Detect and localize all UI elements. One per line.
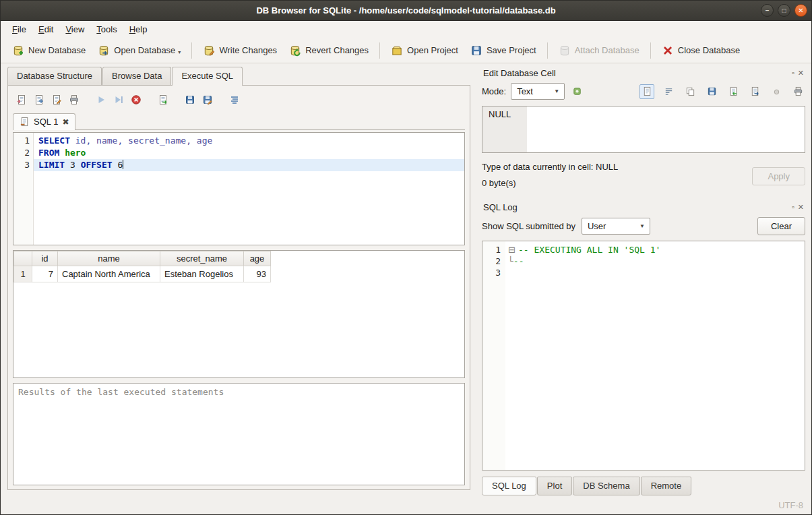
apply-button[interactable]: Apply [752, 167, 805, 185]
new-database-button[interactable]: New Database [6, 41, 92, 60]
title-bar[interactable]: DB Browser for SQLite - /home/user/code/… [1, 1, 811, 21]
log-line: ⊟ -- EXECUTING ALL IN 'SQL 1' [505, 244, 805, 255]
tab-db-schema[interactable]: DB Schema [573, 477, 639, 495]
save-sql-file-as-icon[interactable] [48, 92, 65, 108]
menu-help[interactable]: Help [123, 22, 154, 36]
close-dock-icon[interactable]: ✕ [798, 204, 804, 211]
maximize-button[interactable]: □ [778, 4, 790, 17]
menu-view[interactable]: View [59, 22, 90, 36]
tab-sql-log[interactable]: SQL Log [482, 477, 536, 495]
encoding-indicator[interactable]: UTF-8 [778, 500, 803, 510]
format-sql-icon[interactable] [226, 92, 243, 108]
execute-all-icon[interactable] [92, 92, 110, 108]
tab-execute-sql[interactable]: Execute SQL [172, 67, 243, 86]
sql-editor-line[interactable]: FROM hero [34, 147, 464, 159]
save-results-as-icon[interactable] [199, 92, 216, 108]
close-database-button[interactable]: Close Database [656, 41, 747, 60]
print-icon[interactable] [65, 92, 83, 108]
edit-cell-dock-header[interactable]: Edit Database Cell ▫ ✕ [482, 65, 805, 81]
open-project-button[interactable]: Open Project [385, 41, 464, 60]
open-sql-file-icon[interactable] [13, 92, 30, 108]
clear-log-button[interactable]: Clear [757, 217, 805, 235]
cell-size-info: 0 byte(s) [482, 176, 752, 192]
save-results-view-icon[interactable] [181, 92, 199, 108]
fold-marker-icon[interactable]: ⊟ [508, 245, 518, 255]
sql-log-view[interactable]: 1 2 3 ⊟ -- EXECUTING ALL IN 'SQL 1' └-- [482, 241, 805, 471]
cell-age[interactable]: 93 [244, 266, 271, 282]
line-number: 2 [482, 255, 501, 267]
column-header-age[interactable]: age [244, 251, 271, 266]
tab-database-structure[interactable]: Database Structure [7, 67, 102, 85]
sql-document-icon [20, 117, 30, 127]
word-wrap-icon[interactable] [661, 84, 676, 99]
open-database-dropdown-icon[interactable]: ▾ [178, 49, 181, 55]
close-dock-icon[interactable]: ✕ [798, 69, 804, 77]
sql-editor[interactable]: 1 2 3 SELECT id, name, secret_name, age … [13, 132, 465, 245]
menu-file[interactable]: File [6, 22, 32, 36]
stop-icon[interactable] [127, 92, 145, 108]
log-filter-combobox[interactable]: User ▼ [582, 218, 650, 235]
auto-format-icon[interactable] [569, 84, 584, 99]
sql-document-tab[interactable]: SQL 1 ✖ [13, 113, 75, 130]
log-filter-value: User [588, 221, 606, 231]
right-pane: Edit Database Cell ▫ ✕ Mode: Text ▼ [476, 63, 811, 495]
execution-message-box: Results of the last executed statements [13, 383, 465, 485]
open-database-button[interactable]: Open Database ▾ [92, 41, 187, 60]
dock-controls: ▫ ✕ [792, 204, 804, 211]
open-project-icon [391, 44, 403, 57]
menu-bar: File Edit View Tools Help [1, 21, 811, 38]
log-line: └-- [505, 255, 805, 267]
cell-id[interactable]: 7 [32, 266, 58, 282]
sql-tab-bar: SQL 1 ✖ [13, 113, 465, 130]
save-cell-icon[interactable] [704, 84, 719, 99]
menu-tools[interactable]: Tools [90, 22, 123, 36]
row-number[interactable]: 1 [14, 266, 32, 282]
sql-log-dock-header[interactable]: SQL Log ▫ ✕ [482, 199, 805, 215]
minimize-button[interactable]: – [761, 4, 774, 17]
float-dock-icon[interactable]: ▫ [792, 69, 794, 77]
execute-current-line-icon[interactable] [110, 92, 127, 108]
open-query-new-tab-icon[interactable] [154, 92, 172, 108]
cell-name[interactable]: Captain North America [58, 266, 160, 282]
float-dock-icon[interactable]: ▫ [792, 204, 794, 211]
export-cell-icon[interactable] [747, 84, 762, 99]
cell-edit-icons [639, 84, 805, 99]
column-header-secret-name[interactable]: secret_name [160, 251, 244, 266]
write-changes-button[interactable]: Write Changes [197, 41, 283, 60]
tab-plot[interactable]: Plot [537, 477, 572, 495]
line-number: 3 [482, 267, 501, 278]
cell-value-editor[interactable]: NULL [482, 106, 805, 153]
tab-remote[interactable]: Remote [641, 477, 692, 495]
column-header-id[interactable]: id [32, 251, 58, 266]
revert-changes-button[interactable]: Revert Changes [283, 41, 375, 60]
sql-editor-line-current[interactable]: LIMIT 3 OFFSET 6 [34, 159, 464, 171]
menu-edit[interactable]: Edit [32, 22, 59, 36]
mode-combobox[interactable]: Text ▼ [511, 83, 565, 100]
results-grid[interactable]: id name secret_name age 1 7 Captain Nort… [13, 250, 465, 378]
sql-editor-line[interactable]: SELECT id, name, secret_name, age [34, 135, 464, 147]
text-mode-icon[interactable] [639, 84, 654, 99]
save-project-button[interactable]: Save Project [464, 41, 542, 60]
sql-code: SELECT id, name, secret_name, age [38, 135, 212, 146]
text-cursor [123, 160, 123, 169]
dock-controls: ▫ ✕ [792, 69, 804, 77]
print-cell-icon[interactable] [790, 84, 805, 99]
log-filter-row: Show SQL submitted by User ▼ Clear [482, 215, 805, 241]
table-row[interactable]: 1 7 Captain North America Esteban Rogeli… [14, 266, 271, 282]
tab-browse-data[interactable]: Browse Data [102, 67, 171, 85]
attach-database-button: Attach Database [553, 41, 646, 60]
column-header-name[interactable]: name [58, 251, 160, 266]
copy-icon[interactable] [683, 84, 697, 99]
close-button[interactable]: ✕ [794, 4, 807, 17]
close-tab-icon[interactable]: ✖ [62, 117, 69, 127]
code-area[interactable]: SELECT id, name, secret_name, age FROM h… [34, 133, 464, 245]
save-sql-file-icon[interactable] [30, 92, 48, 108]
cell-value: NULL [482, 107, 527, 152]
cell-secret-name[interactable]: Esteban Rogelios [160, 266, 244, 282]
toolbar-separator [547, 42, 548, 59]
import-cell-icon[interactable] [726, 84, 741, 99]
corner-header[interactable] [14, 251, 32, 266]
line-number: 1 [13, 135, 30, 147]
set-null-icon [769, 84, 784, 99]
sql-code: FROM hero [38, 148, 86, 158]
